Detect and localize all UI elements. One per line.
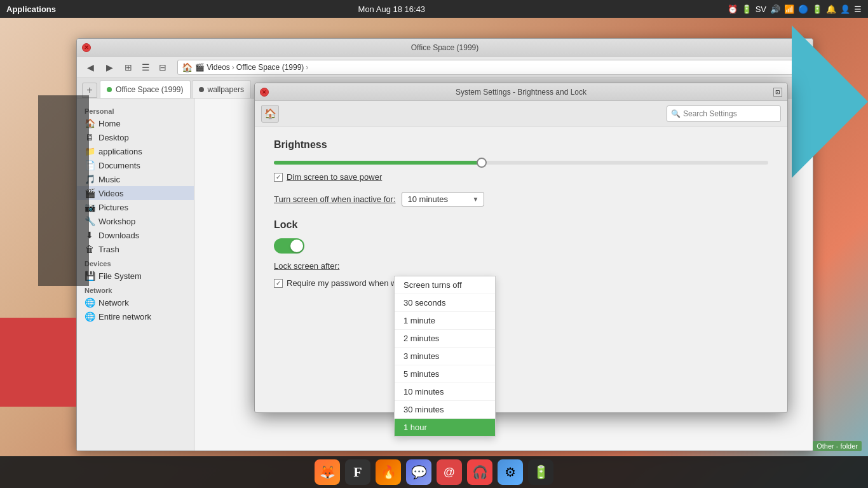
list-view-button[interactable]: ☰: [137, 59, 154, 76]
brightness-slider-track[interactable]: [274, 161, 768, 165]
sidebar-devices-label: Devices: [77, 256, 194, 269]
lock-after-dropdown-menu: Screen turns off 30 seconds 1 minute 2 m…: [394, 276, 496, 437]
sidebar-item-workshop[interactable]: 🔧 Workshop: [77, 214, 194, 228]
taskbar-firefox[interactable]: 🔥: [376, 459, 401, 485]
alarm-icon: ⏰: [728, 4, 738, 14]
taskbar-toggle-app[interactable]: ⚙: [498, 459, 523, 485]
taskbar-battery[interactable]: 🔋: [528, 459, 553, 485]
menu-icon: ☰: [854, 4, 862, 14]
deco-shape-l: [38, 95, 89, 286]
volume-icon: 🔊: [770, 4, 780, 14]
file-manager-titlebar: ✕ Office Space (1999) ⊡: [77, 39, 813, 57]
address-bar[interactable]: 🏠 🎬 Videos › Office Space (1999) ›: [177, 60, 808, 75]
screen-off-label: Turn screen off when inactive for:: [274, 194, 395, 204]
sidebar-label-music: Music: [98, 175, 120, 184]
taskbar-fox-browser[interactable]: 🦊: [315, 459, 340, 485]
sidebar-item-filesystem[interactable]: 💾 File System: [77, 269, 194, 283]
grid-view-button[interactable]: ⊞: [120, 59, 137, 76]
dropdown-item-2-minutes[interactable]: 2 minutes: [395, 330, 495, 348]
dropdown-item-10-minutes[interactable]: 10 minutes: [395, 383, 495, 401]
entire-network-icon: 🌐: [85, 311, 95, 322]
sidebar-item-pictures[interactable]: 📷 Pictures: [77, 200, 194, 214]
taskbar-headphones[interactable]: 🎧: [467, 459, 492, 485]
sidebar-label-downloads: Downloads: [98, 231, 139, 240]
lock-toggle[interactable]: [274, 238, 304, 254]
volume-label: SV: [756, 4, 766, 14]
dropdown-item-3-minutes[interactable]: 3 minutes: [395, 348, 495, 365]
settings-close-button[interactable]: ✕: [260, 88, 269, 97]
settings-maximize-button[interactable]: ⊡: [773, 88, 782, 97]
sidebar-item-videos[interactable]: 🎬 Videos: [77, 186, 194, 200]
sidebar-label-network: Network: [98, 298, 129, 308]
settings-body: Brightness Dim screen to save power Turn…: [255, 126, 787, 412]
sidebar-item-documents[interactable]: 📄 Documents: [77, 158, 194, 172]
taskbar-f-app[interactable]: F: [345, 459, 370, 485]
column-view-button[interactable]: ⊟: [154, 59, 171, 76]
sidebar: Personal 🏠 Home 🖥 Desktop 📁 applications: [77, 98, 194, 451]
settings-home-button[interactable]: 🏠: [261, 105, 279, 123]
search-input[interactable]: [683, 109, 772, 118]
back-button[interactable]: ◀: [82, 59, 98, 76]
sidebar-item-desktop[interactable]: 🖥 Desktop: [77, 130, 194, 144]
file-manager-toolbar: ◀ ▶ ⊞ ☰ ⊟ 🏠 🎬 Videos › Office Space (199…: [77, 57, 813, 78]
brightness-title: Brightness: [274, 139, 768, 151]
sidebar-item-home[interactable]: 🏠 Home: [77, 116, 194, 130]
file-manager-close-button[interactable]: ✕: [82, 43, 91, 52]
settings-search[interactable]: 🔍: [667, 105, 781, 122]
dim-screen-checkbox[interactable]: [274, 173, 283, 182]
dropdown-item-1-minute[interactable]: 1 minute: [395, 312, 495, 330]
require-password-checkbox[interactable]: [274, 279, 283, 288]
file-manager-title: Office Space (1999): [91, 43, 799, 52]
dropdown-item-30-minutes[interactable]: 30 minutes: [395, 401, 495, 419]
sidebar-label-filesystem: File System: [98, 271, 142, 281]
dim-screen-label: Dim screen to save power: [287, 172, 382, 182]
system-settings-dialog: ✕ System Settings - Brightness and Lock …: [254, 83, 788, 413]
sidebar-item-applications[interactable]: 📁 applications: [77, 144, 194, 158]
dropdown-item-screen-turns-off[interactable]: Screen turns off: [395, 276, 495, 294]
sidebar-label-desktop: Desktop: [98, 133, 129, 142]
settings-titlebar: ✕ System Settings - Brightness and Lock …: [255, 83, 787, 101]
desktop: Applications Mon Aug 18 16:43 ⏰ 🔋 SV 🔊 📶…: [0, 0, 868, 488]
tab-office-space[interactable]: Office Space (1999): [100, 80, 191, 98]
datetime: Mon Aug 18 16:43: [358, 4, 426, 14]
taskbar: 🦊 F 🔥 💬 @ 🎧 ⚙ 🔋: [0, 456, 868, 488]
sidebar-label-documents: Documents: [98, 161, 140, 170]
user-icon: 👤: [840, 4, 850, 14]
tab-dot-dark: [199, 87, 204, 92]
sidebar-label-trash: Trash: [98, 245, 119, 254]
sidebar-item-music[interactable]: 🎵 Music: [77, 172, 194, 186]
address-sep-1: ›: [232, 63, 234, 72]
tab-wallpapers[interactable]: wallpapers: [192, 80, 251, 98]
dropdown-item-30-seconds[interactable]: 30 seconds: [395, 294, 495, 312]
battery-icon: 🔋: [742, 4, 752, 14]
screen-off-dropdown[interactable]: 10 minutes ▼: [402, 192, 484, 207]
brightness-slider-thumb[interactable]: [477, 158, 487, 168]
dropdown-item-5-minutes[interactable]: 5 minutes: [395, 365, 495, 383]
sidebar-label-pictures: Pictures: [98, 203, 128, 212]
deco-triangle: [792, 25, 868, 178]
network-icon: 🌐: [85, 297, 95, 308]
tab-label-wallpapers: wallpapers: [208, 85, 244, 94]
topbar: Applications Mon Aug 18 16:43 ⏰ 🔋 SV 🔊 📶…: [0, 0, 868, 18]
sidebar-label-home: Home: [98, 119, 121, 128]
notification-icon: 🔔: [826, 4, 836, 14]
sidebar-item-trash[interactable]: 🗑 Trash: [77, 242, 194, 256]
other-folder-label: Other - folder: [813, 441, 862, 451]
forward-button[interactable]: ▶: [101, 59, 118, 76]
lock-screen-after-label: Lock screen after:: [274, 261, 339, 271]
taskbar-mail[interactable]: @: [437, 459, 462, 485]
lock-title: Lock: [274, 219, 768, 231]
sidebar-personal-label: Personal: [77, 104, 194, 116]
sidebar-label-workshop: Workshop: [98, 217, 135, 226]
sidebar-item-network[interactable]: 🌐 Network: [77, 295, 194, 309]
tab-label-office-space: Office Space (1999): [116, 85, 184, 94]
sidebar-network-label: Network: [77, 283, 194, 295]
sidebar-item-downloads[interactable]: ⬇ Downloads: [77, 228, 194, 242]
sidebar-item-entire-network[interactable]: 🌐 Entire network: [77, 309, 194, 323]
address-current: Office Space (1999): [236, 63, 304, 72]
dropdown-item-1-hour[interactable]: 1 hour: [395, 419, 495, 436]
app-menu[interactable]: Applications: [6, 4, 56, 14]
taskbar-chat[interactable]: 💬: [406, 459, 431, 485]
settings-toolbar: 🏠 🔍: [255, 101, 787, 126]
dim-screen-row: Dim screen to save power: [274, 172, 768, 182]
